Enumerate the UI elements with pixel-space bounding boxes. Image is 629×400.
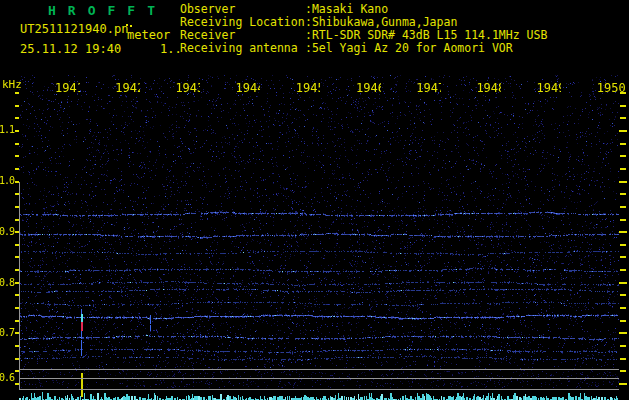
level-strip-top-border <box>19 389 619 390</box>
freq-tick-label-0.9: 0.9 <box>0 226 17 237</box>
freq-minor-tick-left <box>15 358 19 360</box>
freq-minor-tick-left <box>15 143 19 145</box>
freq-minor-tick-right <box>620 358 626 360</box>
freq-minor-tick-right <box>619 383 627 385</box>
freq-minor-tick-left <box>15 105 19 107</box>
freq-minor-tick-left <box>15 168 19 170</box>
time-tick-label-1949: 1949 <box>537 81 562 95</box>
freq-minor-tick-right <box>620 155 626 157</box>
freq-minor-tick-right <box>620 219 626 221</box>
info-value-observer: :Masaki Kano <box>305 2 388 16</box>
time-tick-label-1942: 1942 <box>115 81 140 95</box>
spectrogram-canvas <box>0 74 629 400</box>
station-label: meteor <box>127 28 170 42</box>
freq-minor-tick-right <box>620 320 626 322</box>
freq-minor-tick-right <box>619 181 627 183</box>
info-label-location: Receiving Location <box>180 15 305 29</box>
freq-minor-tick-right <box>620 143 626 145</box>
info-label-antenna: Receiving antenna <box>180 41 298 55</box>
time-tick-label-1947: 1947 <box>416 81 441 95</box>
time-tick-label-1943: 1943 <box>175 81 200 95</box>
freq-tick-label-1.1: 1.1 <box>0 124 17 135</box>
info-value-antenna: :5el Yagi Az 20 for Aomori VOR <box>305 41 513 55</box>
time-tick-label-1944: 1944 <box>236 81 261 95</box>
freq-minor-tick-left <box>15 117 19 119</box>
freq-minor-tick-right <box>619 282 627 284</box>
freq-minor-tick-right <box>620 294 626 296</box>
hrofft-screen: HROFFT UT2511121940.pn meteor 25.11.12 1… <box>0 0 629 400</box>
freq-tick-label-1.0: 1.0 <box>0 175 17 186</box>
freq-minor-tick-right <box>620 370 626 372</box>
freq-minor-tick-left <box>15 269 19 271</box>
freq-minor-tick-right <box>620 307 626 309</box>
y-axis-unit-label: kHz <box>2 78 22 91</box>
freq-minor-tick-right <box>620 206 626 208</box>
time-tick-label-1941: 1941 <box>55 81 80 95</box>
freq-tick-label-0.7: 0.7 <box>0 327 17 338</box>
freq-minor-tick-right <box>620 105 626 107</box>
info-label-receiver: Receiver <box>180 28 235 42</box>
freq-minor-tick-right <box>619 332 627 334</box>
spectrogram-bottom-border <box>19 369 619 370</box>
time-tick-label-1945: 1945 <box>296 81 321 95</box>
freq-minor-tick-right <box>620 193 626 195</box>
freq-minor-tick-left <box>15 193 19 195</box>
hrofft-logo: HROFFT <box>48 3 167 18</box>
freq-minor-tick-left <box>15 307 19 309</box>
info-value-location: :Shibukawa,Gunma,Japan <box>305 15 457 29</box>
freq-minor-tick-right <box>620 256 626 258</box>
info-label-observer: Observer <box>180 2 235 16</box>
freq-minor-tick-left <box>15 206 19 208</box>
freq-minor-tick-right <box>620 168 626 170</box>
freq-minor-tick-right <box>619 231 627 233</box>
output-filename: UT2511121940.pn <box>20 22 128 36</box>
freq-minor-tick-left <box>15 219 19 221</box>
freq-minor-tick-right <box>620 244 626 246</box>
filename-g-remnant-icon <box>126 24 128 26</box>
freq-minor-tick-right <box>620 92 626 94</box>
freq-minor-tick-left <box>15 256 19 258</box>
freq-minor-tick-right <box>620 269 626 271</box>
freq-tick-label-0.6: 0.6 <box>0 372 17 383</box>
freq-minor-tick-left <box>15 244 19 246</box>
info-value-receiver: :RTL-SDR SDR# 43dB L15 114.1MHz USB <box>305 28 547 42</box>
gridline-0-6khz <box>19 378 619 379</box>
freq-minor-tick-right <box>620 117 626 119</box>
freq-minor-tick-right <box>619 130 627 132</box>
freq-minor-tick-left <box>15 155 19 157</box>
echo-counter: 1.. <box>160 42 182 56</box>
freq-minor-tick-left <box>15 345 19 347</box>
time-tick-label-1948: 1948 <box>476 81 501 95</box>
freq-minor-tick-left <box>15 383 19 385</box>
freq-minor-tick-right <box>620 345 626 347</box>
freq-minor-tick-left <box>15 294 19 296</box>
time-tick-label-1946: 1946 <box>356 81 381 95</box>
freq-tick-label-0.8: 0.8 <box>0 277 17 288</box>
freq-minor-tick-left <box>15 92 19 94</box>
date-time: 25.11.12 19:40 <box>20 42 121 56</box>
counting-range-left-border <box>19 182 20 389</box>
freq-minor-tick-left <box>15 320 19 322</box>
